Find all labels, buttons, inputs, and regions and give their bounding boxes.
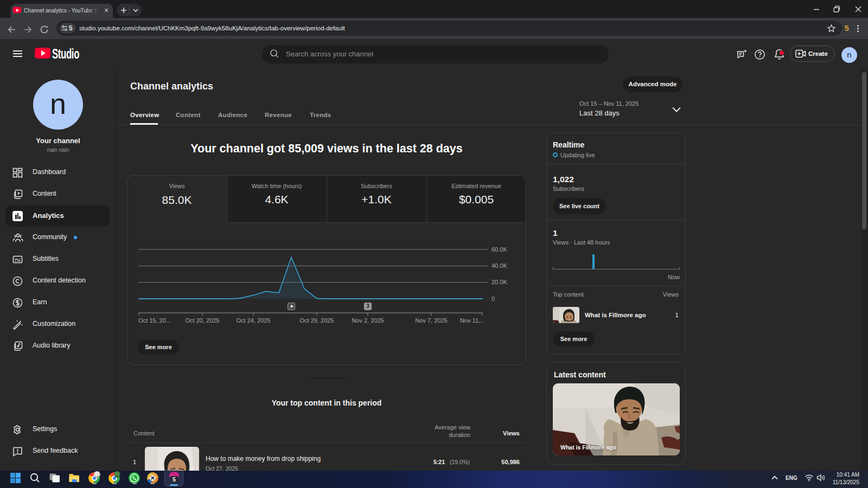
svg-text:5: 5 bbox=[173, 477, 176, 483]
